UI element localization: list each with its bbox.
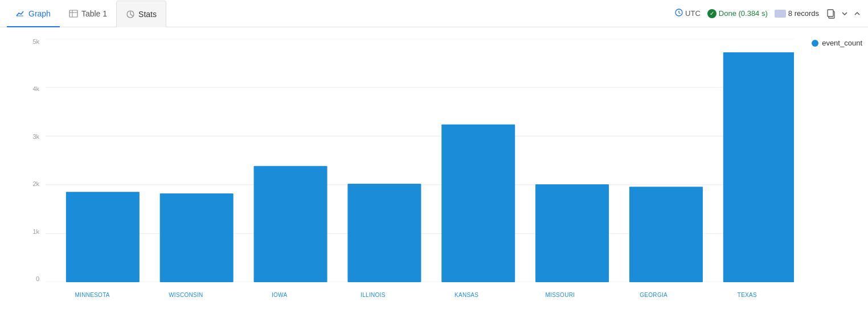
svg-rect-24 (629, 187, 703, 282)
tab-graph[interactable]: Graph (7, 1, 60, 27)
clock-icon (675, 9, 683, 18)
tab-table1[interactable]: Table 1 (60, 1, 116, 27)
svg-rect-21 (347, 184, 421, 282)
table-icon (69, 9, 78, 18)
svg-rect-1 (69, 10, 77, 17)
chevron-down-icon[interactable] (841, 10, 849, 18)
tab-table1-label: Table 1 (81, 9, 107, 18)
check-icon: ✓ (707, 9, 716, 18)
x-label-missouri: MISSOURI (513, 292, 607, 298)
x-label-minnesota: MINNESOTA (46, 292, 139, 298)
y-axis: 5k 4k 3k 2k 1k 0 (23, 39, 43, 282)
y-label-0: 0 (36, 276, 39, 282)
top-bar: Graph Table 1 Stats (0, 0, 868, 27)
tabs: Graph Table 1 Stats (7, 0, 166, 27)
y-label-2k: 2k (32, 181, 39, 187)
x-label-illinois: ILLINOIS (326, 292, 420, 298)
y-label-1k: 1k (32, 229, 39, 235)
records-icon (775, 10, 786, 18)
copy-button[interactable] (826, 9, 836, 19)
utc-status[interactable]: UTC (675, 9, 701, 18)
chart-container: event_count 5k 4k 3k 2k 1k 0 (0, 27, 868, 322)
svg-rect-23 (535, 184, 609, 282)
chevron-up-icon[interactable] (853, 10, 861, 18)
utc-label: UTC (685, 9, 701, 18)
stats-icon (126, 10, 135, 19)
done-status: ✓ Done (0.384 s) (707, 9, 768, 18)
toolbar-icons (826, 9, 861, 19)
records-label: 8 records (788, 9, 819, 18)
done-label: Done (0.384 s) (719, 9, 768, 18)
svg-rect-20 (254, 166, 327, 282)
svg-rect-11 (828, 10, 833, 16)
x-label-iowa: IOWA (233, 292, 326, 298)
tab-graph-label: Graph (28, 9, 51, 18)
svg-rect-19 (160, 193, 234, 282)
svg-rect-22 (441, 125, 515, 282)
x-label-kansas: KANSAS (420, 292, 513, 298)
x-label-georgia: GEORGIA (607, 292, 701, 298)
x-label-wisconsin: WISCONSIN (139, 292, 232, 298)
line-chart-icon (16, 9, 25, 18)
right-controls: UTC ✓ Done (0.384 s) 8 records (675, 9, 861, 19)
x-axis-labels: MINNESOTA WISCONSIN IOWA ILLINOIS KANSAS… (46, 292, 794, 298)
chart-main: event_count 5k 4k 3k 2k 1k 0 (0, 33, 868, 322)
svg-line-9 (679, 13, 681, 14)
svg-rect-25 (723, 52, 794, 282)
y-label-5k: 5k (32, 39, 39, 45)
records-count: 8 records (775, 9, 819, 18)
tab-stats-label: Stats (138, 10, 157, 19)
x-label-texas: TEXAS (701, 292, 794, 298)
chart-plot-area: MINNESOTA WISCONSIN IOWA ILLINOIS KANSAS… (46, 39, 794, 282)
y-label-3k: 3k (32, 134, 39, 140)
svg-rect-18 (66, 192, 140, 282)
svg-line-6 (130, 14, 133, 16)
y-label-4k: 4k (32, 86, 39, 92)
tab-stats[interactable]: Stats (116, 1, 166, 27)
